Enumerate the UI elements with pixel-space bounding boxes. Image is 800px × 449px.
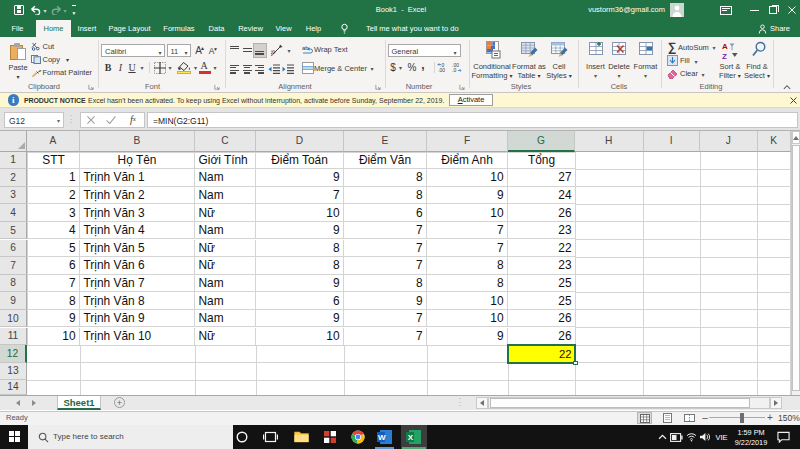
svg-text:.00: .00 (438, 67, 445, 73)
svg-text:W: W (378, 433, 386, 442)
svg-text:.0: .0 (452, 67, 456, 73)
svg-text:ab: ab (271, 48, 277, 56)
svg-text:X: X (408, 433, 414, 442)
svg-text:A: A (722, 42, 728, 51)
svg-text:ab: ab (302, 45, 309, 51)
svg-text:Z: Z (722, 52, 727, 61)
